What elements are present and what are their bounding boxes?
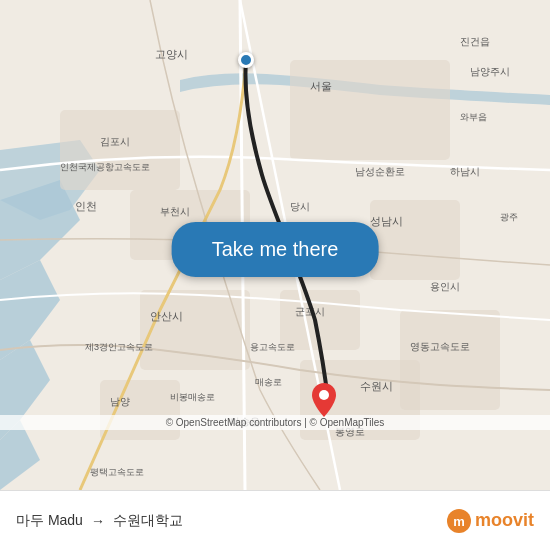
svg-rect-7 (60, 110, 180, 190)
svg-text:남양주시: 남양주시 (470, 66, 510, 77)
svg-text:제3경인고속도로: 제3경인고속도로 (85, 342, 153, 352)
destination-label: 수원대학교 (113, 512, 183, 530)
svg-text:서울: 서울 (310, 80, 332, 92)
copyright-bar: © OpenStreetMap contributors | © OpenMap… (0, 415, 550, 430)
svg-rect-13 (100, 380, 180, 440)
svg-rect-10 (140, 290, 250, 370)
svg-text:매송로: 매송로 (255, 377, 282, 387)
moovit-logo-icon: m (447, 509, 471, 533)
svg-text:수원시: 수원시 (360, 380, 393, 392)
svg-text:하남시: 하남시 (450, 166, 480, 177)
svg-text:광주: 광주 (500, 212, 518, 222)
destination-pin (312, 383, 336, 417)
arrow-icon: → (91, 513, 105, 529)
svg-text:용인시: 용인시 (430, 281, 460, 292)
origin-pin (238, 52, 254, 68)
svg-text:m: m (453, 514, 465, 529)
route-info: 마두 Madu → 수원대학교 (16, 512, 183, 530)
svg-text:성남시: 성남시 (370, 215, 403, 227)
svg-text:진건읍: 진건읍 (460, 36, 490, 47)
moovit-logo: m moovit (447, 509, 534, 533)
svg-rect-6 (290, 60, 450, 160)
svg-text:비봉매송로: 비봉매송로 (170, 392, 215, 402)
svg-text:영동고속도로: 영동고속도로 (410, 341, 470, 352)
svg-text:고양시: 고양시 (155, 48, 188, 60)
svg-text:용고속도로: 용고속도로 (250, 342, 295, 352)
svg-text:인천: 인천 (75, 200, 97, 212)
svg-text:인천국제공항고속도로: 인천국제공항고속도로 (60, 162, 150, 172)
svg-text:부천시: 부천시 (160, 206, 190, 217)
svg-text:남성순환로: 남성순환로 (355, 166, 405, 177)
take-me-there-button[interactable]: Take me there (172, 222, 379, 277)
svg-point-43 (319, 390, 329, 400)
copyright-text: © OpenStreetMap contributors | © OpenMap… (166, 417, 385, 428)
svg-text:김포시: 김포시 (100, 136, 130, 147)
origin-label: 마두 Madu (16, 512, 83, 530)
svg-text:당시: 당시 (290, 201, 310, 212)
svg-rect-11 (370, 200, 460, 280)
bottom-bar: 마두 Madu → 수원대학교 m moovit (0, 490, 550, 550)
svg-rect-14 (400, 310, 500, 410)
svg-text:평택고속도로: 평택고속도로 (90, 467, 144, 477)
svg-text:남양: 남양 (110, 396, 130, 407)
map-container: 고양시 김포시 인천국제공항고속도로 인천 부천시 광명시 서울 남성순환로 성… (0, 0, 550, 490)
svg-text:안산시: 안산시 (150, 310, 183, 322)
svg-text:와부읍: 와부읍 (460, 112, 487, 122)
moovit-brand-text: moovit (475, 510, 534, 531)
